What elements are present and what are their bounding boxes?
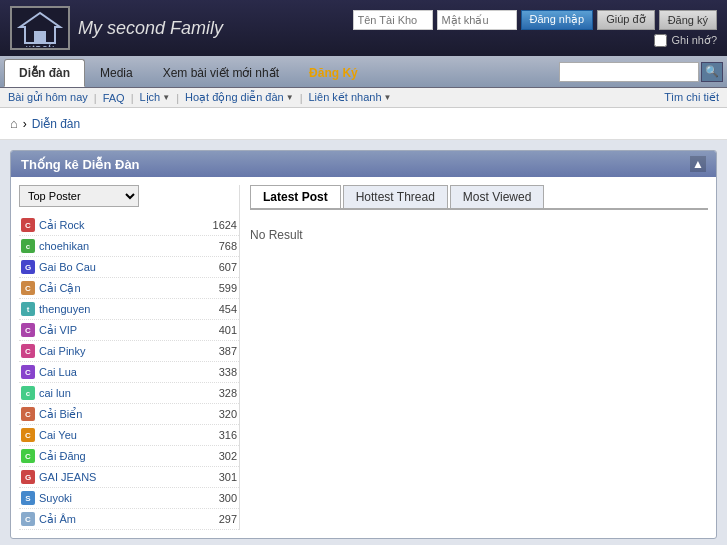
- poster-name[interactable]: thenguyen: [39, 303, 203, 315]
- poster-name[interactable]: Cải Cận: [39, 282, 203, 295]
- poster-icon: C: [21, 407, 35, 421]
- poster-row: GGAI JEANS301: [19, 467, 239, 488]
- tab-xem-bai[interactable]: Xem bài viết mới nhất: [148, 59, 294, 87]
- latest-post-area: Latest Post Hottest Thread Most Viewed N…: [239, 185, 708, 530]
- poster-name[interactable]: GAI JEANS: [39, 471, 203, 483]
- lich-arrow-icon: ▼: [162, 93, 170, 102]
- logo: HẠT CẢI: [10, 6, 70, 50]
- sep3: |: [176, 92, 179, 104]
- poster-icon: G: [21, 260, 35, 274]
- breadcrumb-page[interactable]: Diễn đàn: [32, 117, 80, 131]
- poster-count: 768: [207, 240, 237, 252]
- poster-name[interactable]: Cải Âm: [39, 513, 203, 526]
- poster-name[interactable]: Cải Biển: [39, 408, 203, 421]
- poster-icon: C: [21, 281, 35, 295]
- poster-row: CCải Âm297: [19, 509, 239, 530]
- poster-row: CCải Cận599: [19, 278, 239, 299]
- poster-row: CCai Pinky387: [19, 341, 239, 362]
- poster-count: 454: [207, 303, 237, 315]
- poster-count: 316: [207, 429, 237, 441]
- hoat-dong-label: Hoạt động diễn đàn: [185, 91, 284, 104]
- lien-ket-dropdown[interactable]: Liên kết nhanh ▼: [308, 91, 391, 104]
- tab-dien-dan[interactable]: Diễn đàn: [4, 59, 85, 87]
- sep2: |: [131, 92, 134, 104]
- stats-panel: Thống kê Diễn Đàn ▲ Top Poster CCải Rock…: [10, 150, 717, 539]
- faq-link[interactable]: FAQ: [103, 92, 125, 104]
- hoat-dong-arrow-icon: ▼: [286, 93, 294, 102]
- poster-name[interactable]: Cai Yeu: [39, 429, 203, 441]
- poster-row: CCai Yeu316: [19, 425, 239, 446]
- poster-name[interactable]: Cải VIP: [39, 324, 203, 337]
- poster-icon: S: [21, 491, 35, 505]
- search-icon: 🔍: [705, 65, 719, 78]
- search-button[interactable]: 🔍: [701, 62, 723, 82]
- poster-icon: C: [21, 323, 35, 337]
- hoat-dong-dropdown[interactable]: Hoạt động diễn đàn ▼: [185, 91, 294, 104]
- poster-count: 302: [207, 450, 237, 462]
- poster-row: ccai lun328: [19, 383, 239, 404]
- username-input[interactable]: [353, 10, 433, 30]
- poster-name[interactable]: cai lun: [39, 387, 203, 399]
- poster-type-select[interactable]: Top Poster: [19, 185, 139, 207]
- poster-count: 599: [207, 282, 237, 294]
- poster-row: GGai Bo Cau607: [19, 257, 239, 278]
- poster-name[interactable]: Cải Rock: [39, 219, 203, 232]
- poster-name[interactable]: Cải Đăng: [39, 450, 203, 463]
- poster-icon: C: [21, 449, 35, 463]
- search-input[interactable]: [559, 62, 699, 82]
- poster-row: CCải Biển320: [19, 404, 239, 425]
- logo-area: HẠT CẢI My second Family: [10, 6, 223, 50]
- remember-checkbox[interactable]: [654, 34, 667, 47]
- poster-count: 300: [207, 492, 237, 504]
- register-top-button[interactable]: Đăng ký: [659, 10, 717, 30]
- poster-name[interactable]: Suyoki: [39, 492, 203, 504]
- stats-panel-header: Thống kê Diễn Đàn ▲: [11, 151, 716, 177]
- svg-rect-1: [34, 31, 46, 43]
- poster-count: 320: [207, 408, 237, 420]
- poster-icon: C: [21, 428, 35, 442]
- tab-latest-post[interactable]: Latest Post: [250, 185, 341, 208]
- help-button[interactable]: Giúp đỡ: [597, 10, 654, 30]
- poster-icon: C: [21, 344, 35, 358]
- home-icon: ⌂: [10, 116, 18, 131]
- poster-name[interactable]: Gai Bo Cau: [39, 261, 203, 273]
- sep1: |: [94, 92, 97, 104]
- poster-count: 401: [207, 324, 237, 336]
- stats-collapse-button[interactable]: ▲: [690, 156, 706, 172]
- breadcrumb: ⌂ › Diễn đàn: [0, 108, 727, 140]
- main-content: Thống kê Diễn Đàn ▲ Top Poster CCải Rock…: [0, 140, 727, 545]
- poster-count: 387: [207, 345, 237, 357]
- poster-list: CCải Rock1624cchoehikan768GGai Bo Cau607…: [19, 215, 239, 530]
- password-input[interactable]: [437, 10, 517, 30]
- header-right: Đăng nhập Giúp đỡ Đăng ký Ghi nhớ?: [353, 10, 718, 47]
- poster-count: 607: [207, 261, 237, 273]
- login-button[interactable]: Đăng nhập: [521, 10, 594, 30]
- poster-icon: C: [21, 512, 35, 526]
- bai-gui-link[interactable]: Bài gửi hôm nay: [8, 91, 88, 104]
- poster-icon: C: [21, 218, 35, 232]
- site-title: My second Family: [78, 18, 223, 39]
- poster-count: 297: [207, 513, 237, 525]
- poster-name[interactable]: Cai Pinky: [39, 345, 203, 357]
- no-result-text: No Result: [250, 218, 708, 252]
- tab-media[interactable]: Media: [85, 59, 148, 87]
- lien-ket-arrow-icon: ▼: [384, 93, 392, 102]
- poster-row: CCải Rock1624: [19, 215, 239, 236]
- tab-most-viewed[interactable]: Most Viewed: [450, 185, 544, 208]
- lich-dropdown[interactable]: Lịch ▼: [140, 91, 171, 104]
- navbar: Diễn đàn Media Xem bài viết mới nhất Đăn…: [0, 56, 727, 88]
- poster-selector: Top Poster: [19, 185, 239, 207]
- search-detail-link[interactable]: Tìm chi tiết: [664, 91, 719, 104]
- stats-body: Top Poster CCải Rock1624cchoehikan768GGa…: [11, 177, 716, 538]
- subnav: Bài gửi hôm nay | FAQ | Lịch ▼ | Hoạt độ…: [0, 88, 727, 108]
- tab-dang-ky[interactable]: Đăng Ký: [294, 59, 373, 87]
- breadcrumb-separator: ›: [23, 117, 27, 131]
- poster-icon: c: [21, 239, 35, 253]
- poster-icon: t: [21, 302, 35, 316]
- remember-row: Ghi nhớ?: [654, 34, 717, 47]
- poster-name[interactable]: choehikan: [39, 240, 203, 252]
- poster-row: cchoehikan768: [19, 236, 239, 257]
- poster-name[interactable]: Cai Lua: [39, 366, 203, 378]
- lich-label: Lịch: [140, 91, 161, 104]
- tab-hottest-thread[interactable]: Hottest Thread: [343, 185, 448, 208]
